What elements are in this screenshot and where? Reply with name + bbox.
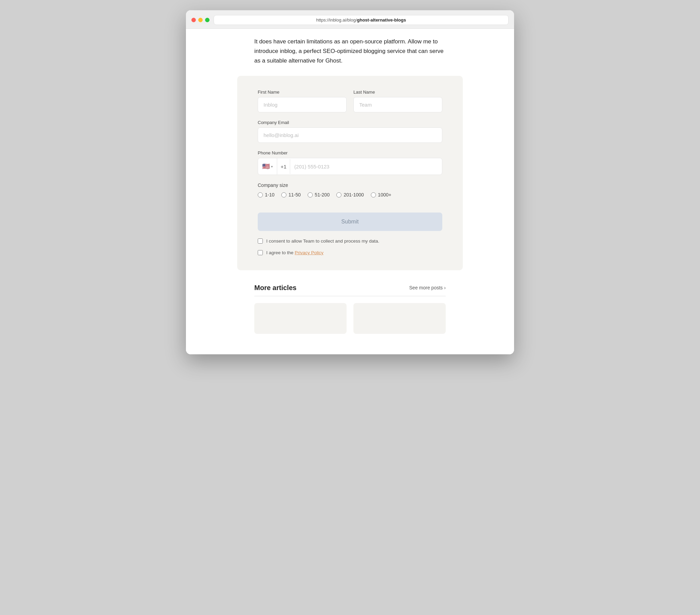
phone-input-container: 🇺🇸 ▾ +1 xyxy=(258,158,442,175)
size-label-51-200: 51-200 xyxy=(315,192,330,198)
country-selector[interactable]: 🇺🇸 ▾ xyxy=(258,158,277,175)
radio-1000plus[interactable] xyxy=(371,192,376,198)
consent-item-data: I consent to allow Team to collect and p… xyxy=(258,238,442,244)
consent-area: I consent to allow Team to collect and p… xyxy=(258,238,442,256)
radio-51-200[interactable] xyxy=(308,192,313,198)
size-label-11-50: 11-50 xyxy=(288,192,301,198)
consent-item-privacy: I agree to the Privacy Policy xyxy=(258,249,442,256)
traffic-lights xyxy=(191,18,210,22)
phone-number-input[interactable] xyxy=(290,159,442,174)
name-row: First Name Last Name xyxy=(258,89,442,112)
see-more-label: See more posts xyxy=(409,285,442,290)
email-row: Company Email xyxy=(258,120,442,143)
phone-code: +1 xyxy=(277,159,290,174)
email-group: Company Email xyxy=(258,120,442,143)
browser-window: https://inblog.ai/blog/ghost-alternative… xyxy=(186,10,514,354)
submit-button[interactable]: Submit xyxy=(258,213,442,231)
more-articles-header: More articles See more posts › xyxy=(254,284,446,296)
consent-checkbox-privacy[interactable] xyxy=(258,250,263,255)
company-size-label: Company size xyxy=(258,183,442,188)
first-name-input[interactable] xyxy=(258,97,347,112)
browser-chrome: https://inblog.ai/blog/ghost-alternative… xyxy=(186,10,514,29)
article-card-1[interactable] xyxy=(254,303,347,334)
page-content: It does have certain limitations as an o… xyxy=(186,29,514,354)
chevron-right-icon: › xyxy=(444,285,446,290)
privacy-policy-link[interactable]: Privacy Policy xyxy=(295,250,323,255)
close-button[interactable] xyxy=(191,18,196,22)
url-bold: ghost-alternative-blogs xyxy=(357,17,406,23)
phone-row: Phone Number 🇺🇸 ▾ +1 xyxy=(258,150,442,175)
phone-label: Phone Number xyxy=(258,150,442,155)
chevron-down-icon: ▾ xyxy=(271,165,273,168)
more-articles-section: More articles See more posts › xyxy=(186,270,514,341)
company-size-section: Company size 1-10 11-50 51-200 xyxy=(258,183,442,198)
email-input[interactable] xyxy=(258,127,442,143)
size-label-1-10: 1-10 xyxy=(265,192,274,198)
radio-1-10[interactable] xyxy=(258,192,263,198)
last-name-label: Last Name xyxy=(353,89,442,95)
first-name-label: First Name xyxy=(258,89,347,95)
size-label-1000plus: 1000+ xyxy=(378,192,391,198)
form-section: First Name Last Name Company Email Phon xyxy=(237,76,463,270)
article-cards xyxy=(254,303,446,334)
first-name-group: First Name xyxy=(258,89,347,112)
last-name-group: Last Name xyxy=(353,89,442,112)
more-articles-title: More articles xyxy=(254,284,296,292)
consent-text-privacy: I agree to the Privacy Policy xyxy=(266,249,323,256)
email-label: Company Email xyxy=(258,120,442,125)
size-label-201-1000: 201-1000 xyxy=(343,192,364,198)
last-name-input[interactable] xyxy=(353,97,442,112)
size-option-51-200[interactable]: 51-200 xyxy=(308,192,330,198)
address-bar[interactable]: https://inblog.ai/blog/ghost-alternative… xyxy=(214,15,509,25)
radio-11-50[interactable] xyxy=(281,192,286,198)
intro-text: It does have certain limitations as an o… xyxy=(186,29,514,76)
intro-paragraph: It does have certain limitations as an o… xyxy=(254,37,446,66)
minimize-button[interactable] xyxy=(198,18,203,22)
company-size-radio-group: 1-10 11-50 51-200 201-1000 xyxy=(258,192,442,198)
radio-201-1000[interactable] xyxy=(336,192,341,198)
consent-checkbox-data[interactable] xyxy=(258,238,263,243)
privacy-prefix: I agree to the xyxy=(266,250,295,255)
size-option-1-10[interactable]: 1-10 xyxy=(258,192,274,198)
maximize-button[interactable] xyxy=(205,18,210,22)
size-option-1000plus[interactable]: 1000+ xyxy=(371,192,391,198)
consent-text-data: I consent to allow Team to collect and p… xyxy=(266,238,379,244)
size-option-201-1000[interactable]: 201-1000 xyxy=(336,192,364,198)
url-prefix: https://inblog.ai/blog/ xyxy=(316,17,357,23)
flag-icon: 🇺🇸 xyxy=(262,163,270,170)
phone-group: Phone Number 🇺🇸 ▾ +1 xyxy=(258,150,442,175)
size-option-11-50[interactable]: 11-50 xyxy=(281,192,301,198)
see-more-posts-link[interactable]: See more posts › xyxy=(409,285,446,290)
article-card-2[interactable] xyxy=(353,303,446,334)
